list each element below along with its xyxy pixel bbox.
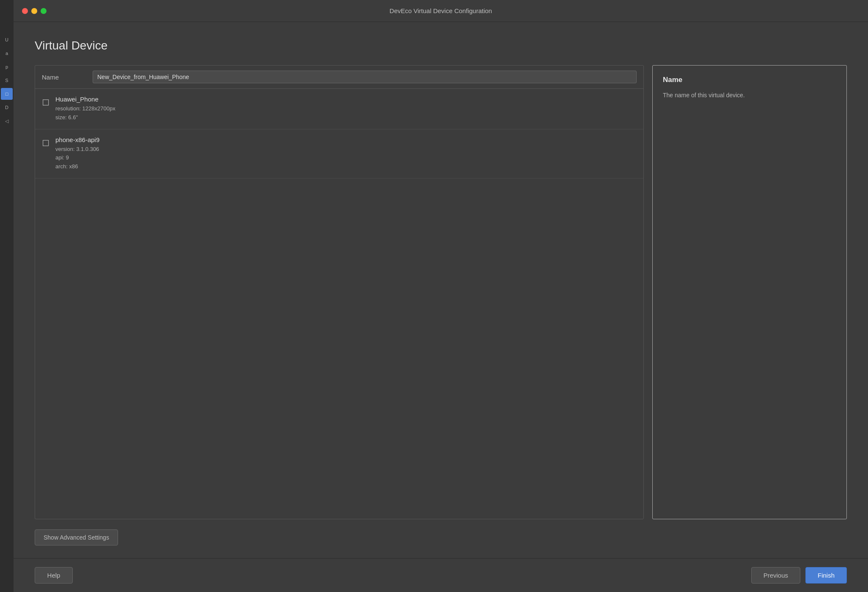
name-row: Name (35, 66, 643, 89)
sidebar-item-d[interactable]: D (1, 101, 13, 113)
window-controls (22, 8, 47, 14)
device-detail-x86: version: 3.1.0.306 api: 9 arch: x86 (55, 145, 99, 171)
dialog-content: Virtual Device Name ◻ Huawei_Phone (14, 22, 868, 558)
device-detail-huawei: resolution: 1228x2700px size: 6.6" (55, 104, 115, 122)
device-item-x86[interactable]: ◻ phone-x86-api9 version: 3.1.0.306 api:… (35, 129, 643, 178)
bottom-section: Show Advanced Settings (35, 519, 847, 545)
window-title: DevEco Virtual Device Configuration (390, 7, 492, 14)
sidebar-item-c[interactable]: ◁ (1, 115, 13, 127)
main-area: Name ◻ Huawei_Phone resolution: 1228x270… (35, 65, 847, 519)
info-panel: Name The name of this virtual device. (652, 65, 847, 519)
sidebar-item-u[interactable]: U (1, 34, 13, 46)
sidebar-item-a[interactable]: a (1, 47, 13, 59)
page-title: Virtual Device (35, 39, 847, 52)
device-list: ◻ Huawei_Phone resolution: 1228x2700px s… (35, 89, 643, 519)
minimize-button[interactable] (31, 8, 37, 14)
phone-icon: ◻ (42, 96, 49, 107)
phone-icon-2: ◻ (42, 137, 49, 148)
finish-button[interactable]: Finish (805, 567, 847, 584)
close-button[interactable] (22, 8, 28, 14)
device-item-huawei[interactable]: ◻ Huawei_Phone resolution: 1228x2700px s… (35, 89, 643, 129)
title-bar: DevEco Virtual Device Configuration (14, 0, 868, 22)
device-info-x86: phone-x86-api9 version: 3.1.0.306 api: 9… (55, 136, 99, 171)
sidebar-item-s[interactable]: S (1, 74, 13, 86)
name-input[interactable] (93, 71, 637, 83)
footer-right: Previous Finish (751, 567, 847, 584)
name-label: Name (42, 74, 84, 81)
device-info-huawei: Huawei_Phone resolution: 1228x2700px siz… (55, 96, 115, 122)
device-panel: Name ◻ Huawei_Phone resolution: 1228x270… (35, 65, 644, 519)
previous-button[interactable]: Previous (751, 567, 800, 584)
device-name-x86: phone-x86-api9 (55, 136, 99, 143)
info-panel-title: Name (663, 76, 836, 84)
sidebar-item-p[interactable]: p (1, 61, 13, 73)
dialog-footer: Help Previous Finish (14, 558, 868, 592)
device-name-huawei: Huawei_Phone (55, 96, 115, 103)
help-button[interactable]: Help (35, 567, 73, 584)
dialog-window: DevEco Virtual Device Configuration Virt… (14, 0, 868, 592)
footer-left: Help (35, 567, 73, 584)
sidebar-strip: U a p S □ D ◁ (0, 0, 14, 592)
sidebar-item-active[interactable]: □ (1, 88, 13, 100)
show-advanced-button[interactable]: Show Advanced Settings (35, 529, 118, 545)
info-panel-description: The name of this virtual device. (663, 91, 836, 100)
maximize-button[interactable] (41, 8, 47, 14)
